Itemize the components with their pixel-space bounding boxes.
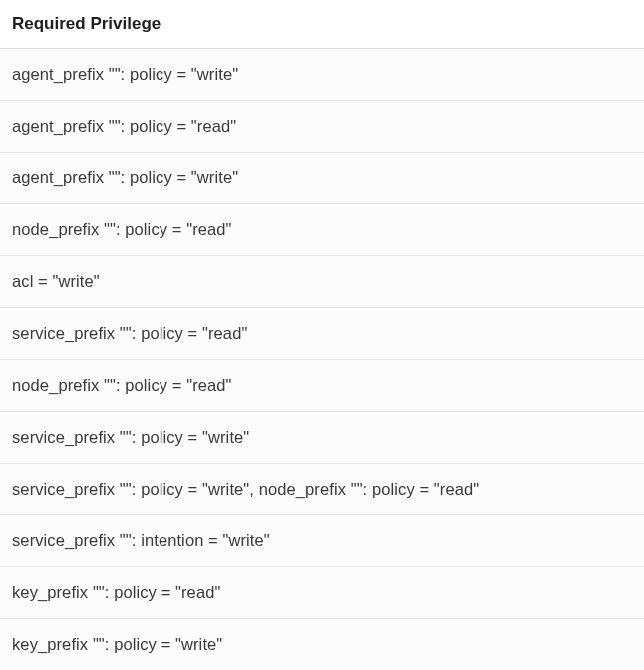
table-row: service_prefix "": policy = "write" [0, 412, 644, 464]
table-row: acl = "write" [0, 256, 644, 308]
table-row: agent_prefix "": policy = "write" [0, 49, 644, 101]
table-row: node_prefix "": policy = "read" [0, 360, 644, 412]
table-row: agent_prefix "": policy = "read" [0, 101, 644, 153]
table-row: node_prefix "": policy = "read" [0, 204, 644, 256]
table-header: Required Privilege [0, 0, 644, 49]
table-row: agent_prefix "": policy = "write" [0, 153, 644, 204]
table-row: service_prefix "": policy = "read" [0, 308, 644, 360]
privilege-table: Required Privilege agent_prefix "": poli… [0, 0, 644, 670]
table-row: key_prefix "": policy = "read" [0, 567, 644, 619]
table-row: key_prefix "": policy = "write" [0, 619, 644, 670]
table-row: service_prefix "": policy = "write", nod… [0, 464, 644, 515]
table-row: service_prefix "": intention = "write" [0, 515, 644, 567]
